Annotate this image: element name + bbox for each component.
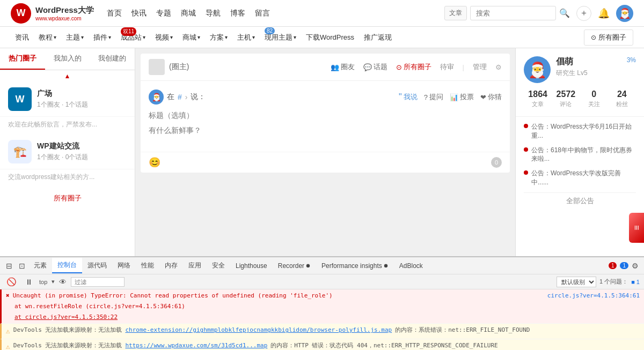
- post-action-friends[interactable]: 👥 圈友: [331, 62, 355, 72]
- post-action-topics[interactable]: 💬 话题: [363, 62, 387, 72]
- nav-home[interactable]: 首页: [107, 9, 122, 18]
- action-guess[interactable]: ❤你猜: [480, 92, 502, 102]
- sec-nav-plugin[interactable]: 插件▾: [89, 29, 115, 46]
- post-action-circles[interactable]: ⊙ 所有圈子: [396, 62, 431, 72]
- post-box: (圈主) 👥 圈友 💬 话题 ⊙ 所有圈子 待审 |: [141, 54, 510, 173]
- nav-comments[interactable]: 留言: [255, 9, 270, 18]
- dt-clear-btn[interactable]: 🚫: [4, 276, 19, 288]
- pending-button[interactable]: 待审: [440, 62, 454, 72]
- action-vote[interactable]: 📊投票: [450, 92, 474, 102]
- nav-topics[interactable]: 专题: [156, 9, 171, 18]
- error-link-1[interactable]: circle.js?ver=4.1.5:364:61: [547, 291, 640, 301]
- announce-item-1[interactable]: 公告：618年中购物节，限时优惠券来啦...: [524, 146, 636, 164]
- search-input[interactable]: [470, 6, 556, 20]
- stat-fans: 24 粉丝: [608, 90, 636, 108]
- post-title-input[interactable]: [149, 108, 502, 123]
- sec-nav-download-wp[interactable]: 下载WordPress: [302, 29, 358, 46]
- sec-nav-solution[interactable]: 方案▾: [206, 29, 232, 46]
- console-line-warn-1: ⚠ DevTools 无法加载来源映射：无法加载 https://www.wpd…: [0, 339, 644, 350]
- post-content-input[interactable]: [149, 123, 502, 146]
- console-line-error: ✖ Uncaught (in promise) TypeError: Canno…: [0, 289, 644, 324]
- dt-pause-btn[interactable]: ⏸: [23, 277, 35, 287]
- sec-nav-current-theme[interactable]: 82 现用主题▾: [260, 29, 301, 46]
- error-indent-link[interactable]: at circle.js?ver=4.1.5:350:22: [14, 314, 118, 321]
- warn-link-0[interactable]: chrome-extension://gighmmplobklfepjocnam…: [125, 325, 392, 336]
- dt-drawer-toggle[interactable]: ⊡: [16, 260, 28, 271]
- sec-nav-theme[interactable]: 主题▾: [62, 29, 88, 46]
- dt-tab-console[interactable]: 控制台: [52, 258, 82, 273]
- post-input-area: 🎅 在 # › 说： "我说 ?提问 📊投票 ❤你猜: [141, 81, 510, 152]
- circle-info-wp: WP建站交流 1个圈友 · 0个话题: [37, 142, 88, 162]
- devtools-console: ✖ Uncaught (in promise) TypeError: Canno…: [0, 289, 644, 350]
- dt-level-select[interactable]: 默认级别: [557, 277, 596, 287]
- emoji-button[interactable]: 😊: [149, 157, 160, 168]
- dt-panel-toggle[interactable]: ⊟: [3, 260, 16, 271]
- user-avatar[interactable]: 🎅: [616, 5, 633, 22]
- error-indent-0: at wn.resetFileRole (circle.js?ver=4.1.5…: [14, 301, 640, 312]
- dt-settings-btn[interactable]: ⚙: [632, 262, 639, 270]
- tab-joined-circles[interactable]: 我加入的: [45, 48, 90, 70]
- dt-tab-adblock[interactable]: AdBlock: [394, 259, 428, 272]
- search-button[interactable]: 🔍: [559, 8, 570, 18]
- notification-icon[interactable]: 🔔: [598, 8, 610, 19]
- action-mywords[interactable]: "我说: [399, 92, 418, 102]
- dt-tab-memory[interactable]: 内存: [159, 258, 183, 273]
- warn-text-1: DevTools 无法加载来源映射：无法加载: [13, 341, 122, 350]
- sec-nav-info[interactable]: 资讯: [11, 29, 33, 46]
- left-sidebar: 热门圈子 我加入的 我创建的 ▲ W 广场 1个圈友 · 1个话题 欢迎在此畅所…: [0, 48, 135, 256]
- dt-top-dropdown[interactable]: ▾: [52, 278, 55, 285]
- sec-nav-host[interactable]: 主机▾: [233, 29, 259, 46]
- announce-item-0[interactable]: 公告：WordPress大学6月16日开始重...: [524, 122, 636, 140]
- logo-text: WordPress大学 www.wpdaxue.com: [35, 5, 94, 21]
- add-icon[interactable]: ＋: [576, 6, 591, 21]
- announce-item-2[interactable]: 公告：WordPress大学改版完善中......: [524, 169, 636, 187]
- sec-nav-tutorial[interactable]: 教程▾: [34, 29, 61, 46]
- dt-tab-lighthouse[interactable]: Lighthouse: [230, 259, 273, 272]
- sec-nav-product[interactable]: 双11 成品站▾: [116, 29, 150, 46]
- warn-icon-0: ⚠: [6, 325, 10, 337]
- dt-right-toolbar: 默认级别 1 个问题： ■ 1: [557, 277, 640, 287]
- nav-nav[interactable]: 导航: [206, 9, 221, 18]
- all-circles-button[interactable]: ⊙ 所有圈子: [584, 29, 633, 46]
- tab-hot-circles[interactable]: 热门圈子: [0, 48, 45, 70]
- sec-nav-promote[interactable]: 推广返现: [360, 29, 396, 46]
- dt-tab-perf-insights[interactable]: Performance insights⏺: [316, 259, 394, 272]
- dt-tab-security[interactable]: 安全: [207, 258, 230, 273]
- search-type-select[interactable]: 文章: [444, 6, 467, 20]
- error-indent-1: at circle.js?ver=4.1.5:350:22: [14, 312, 640, 323]
- manage-icon[interactable]: ⚙: [495, 63, 502, 71]
- circle-item-guangchang[interactable]: W 广场 1个圈友 · 1个话题: [0, 82, 135, 117]
- nav-shop[interactable]: 商城: [181, 9, 196, 18]
- dt-tab-performance[interactable]: 性能: [136, 258, 159, 273]
- side-bubble[interactable]: ≡: [629, 213, 644, 243]
- circle-item-wp[interactable]: 🏗️ WP建站交流 1个圈友 · 0个话题: [0, 135, 135, 169]
- action-question[interactable]: ?提问: [424, 92, 443, 102]
- devtools: ⊟ ⊡ 元素 控制台 源代码 网络 性能 内存 应用 安全 Lighthouse…: [0, 256, 644, 350]
- all-announce-btn[interactable]: 全部公告: [524, 192, 636, 209]
- dt-tab-elements[interactable]: 元素: [28, 258, 52, 273]
- tab-created-circles[interactable]: 我创建的: [90, 48, 135, 70]
- sidebar-tabs: 热门圈子 我加入的 我创建的: [0, 48, 135, 70]
- dt-issues-count[interactable]: ■ 1: [631, 279, 640, 285]
- warn-suffix-1: 的内容：HTTP 错误：状态代码 404，net::ERR_HTTP_RESPO…: [270, 341, 497, 350]
- warn-link-1[interactable]: https://www.wpdaxue.com/sm/31d5cd1...map: [125, 341, 267, 350]
- manage-button[interactable]: 管理: [473, 62, 487, 72]
- circle-name-wp: WP建站交流: [37, 142, 88, 151]
- stat-comments-label: 评论: [552, 100, 580, 108]
- dt-tab-recorder[interactable]: Recorder⏺: [273, 259, 316, 272]
- dt-eye-btn[interactable]: 👁: [59, 278, 67, 286]
- dt-tab-application[interactable]: 应用: [183, 258, 207, 273]
- nav-blog[interactable]: 博客: [230, 9, 245, 18]
- dt-tab-network[interactable]: 网络: [112, 258, 136, 273]
- sec-nav-video[interactable]: 视频▾: [151, 29, 177, 46]
- stat-following: 0 关注: [580, 90, 608, 108]
- dt-filter-input[interactable]: [71, 277, 125, 287]
- stat-fans-num: 24: [608, 90, 636, 99]
- sec-nav-mall[interactable]: 商城▾: [178, 29, 204, 46]
- dt-tab-source[interactable]: 源代码: [82, 258, 112, 273]
- logo[interactable]: W WordPress大学 www.wpdaxue.com: [11, 3, 94, 24]
- post-avatar: [149, 59, 165, 75]
- profile-level: 研究生 Lv5: [556, 69, 588, 78]
- nav-news[interactable]: 快讯: [131, 9, 147, 18]
- all-circles-link[interactable]: 所有圈子: [0, 187, 135, 210]
